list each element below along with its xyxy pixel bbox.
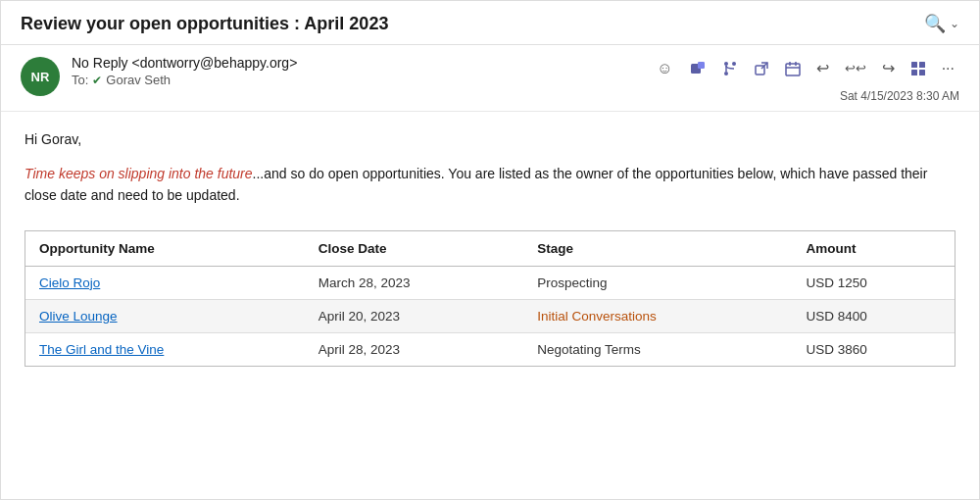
stage-cell: Negotating Terms xyxy=(523,332,792,366)
table-row: The Girl and the VineApril 28, 2023Negot… xyxy=(25,332,955,366)
intro-paragraph: Time keeps on slipping into the future..… xyxy=(24,163,956,207)
table-header-row: Opportunity Name Close Date Stage Amount xyxy=(25,231,955,267)
avatar: NR xyxy=(21,57,60,96)
opportunities-table: Opportunity Name Close Date Stage Amount… xyxy=(25,231,955,366)
opportunities-table-wrapper: Opportunity Name Close Date Stage Amount… xyxy=(24,230,956,367)
email-container: Review your open opportunities : April 2… xyxy=(0,0,980,500)
close-date-cell: April 28, 2023 xyxy=(305,332,523,366)
svg-rect-1 xyxy=(698,62,705,69)
toolbar: ☺ xyxy=(652,55,959,81)
sender-name: No Reply <dontworry@behappy.org> xyxy=(72,55,297,71)
amount-cell: USD 3860 xyxy=(792,332,955,366)
email-body: Hi Gorav, Time keeps on slipping into th… xyxy=(1,112,979,499)
svg-rect-8 xyxy=(786,64,800,75)
svg-rect-14 xyxy=(911,70,917,75)
recipient-name: Gorav Seth xyxy=(106,73,171,87)
verified-icon: ✔ xyxy=(92,74,102,87)
italic-text: Time keeps on slipping into the future xyxy=(24,166,253,181)
svg-point-2 xyxy=(724,62,728,66)
svg-rect-15 xyxy=(919,70,925,75)
amount-cell: USD 8400 xyxy=(792,299,955,332)
sender-row: NR No Reply <dontworry@behappy.org> To: … xyxy=(1,45,979,112)
opportunity-name-cell[interactable]: The Girl and the Vine xyxy=(25,332,305,366)
opportunity-name-cell[interactable]: Olive Lounge xyxy=(25,299,305,332)
forward-button[interactable]: ↪ xyxy=(877,55,900,81)
reply-button[interactable]: ↩ xyxy=(811,55,834,81)
svg-rect-12 xyxy=(911,62,917,68)
chevron-down-icon: ⌄ xyxy=(950,17,959,30)
reply-all-button[interactable]: ↩↩ xyxy=(840,57,871,79)
col-header-name: Opportunity Name xyxy=(25,231,305,267)
sender-right: ☺ xyxy=(652,55,959,103)
stage-cell: Initial Conversations xyxy=(523,299,792,332)
sender-left: NR No Reply <dontworry@behappy.org> To: … xyxy=(21,55,297,96)
teams-button[interactable] xyxy=(684,56,711,81)
opportunity-name-cell[interactable]: Cielo Rojo xyxy=(25,266,305,299)
popout-button[interactable] xyxy=(749,57,774,80)
svg-point-3 xyxy=(732,62,736,66)
col-header-close-date: Close Date xyxy=(305,231,523,267)
col-header-amount: Amount xyxy=(792,231,955,267)
sender-info: No Reply <dontworry@behappy.org> To: ✔ G… xyxy=(72,55,297,87)
table-row: Olive LoungeApril 20, 2023Initial Conver… xyxy=(25,299,955,332)
svg-rect-13 xyxy=(919,62,925,68)
col-header-stage: Stage xyxy=(523,231,792,267)
calendar-button[interactable] xyxy=(780,57,806,80)
email-timestamp: Sat 4/15/2023 8:30 AM xyxy=(840,89,959,103)
magnifier-icon: 🔍 xyxy=(924,13,946,34)
email-header: Review your open opportunities : April 2… xyxy=(1,1,979,45)
sender-to: To: ✔ Gorav Seth xyxy=(72,73,297,87)
grid-button[interactable] xyxy=(906,57,931,80)
greeting: Hi Gorav, xyxy=(24,131,956,147)
emoji-button[interactable]: ☺ xyxy=(652,56,677,81)
amount-cell: USD 1250 xyxy=(792,266,955,299)
email-subject: Review your open opportunities : April 2… xyxy=(21,14,388,34)
more-button[interactable]: ··· xyxy=(937,56,959,81)
close-date-cell: April 20, 2023 xyxy=(305,299,523,332)
table-row: Cielo RojoMarch 28, 2023ProspectingUSD 1… xyxy=(25,266,955,299)
search-zoom-icon[interactable]: 🔍 ⌄ xyxy=(924,13,959,34)
svg-point-4 xyxy=(724,72,728,75)
fork-button[interactable] xyxy=(717,57,743,80)
close-date-cell: March 28, 2023 xyxy=(305,266,523,299)
stage-cell: Prospecting xyxy=(523,266,792,299)
